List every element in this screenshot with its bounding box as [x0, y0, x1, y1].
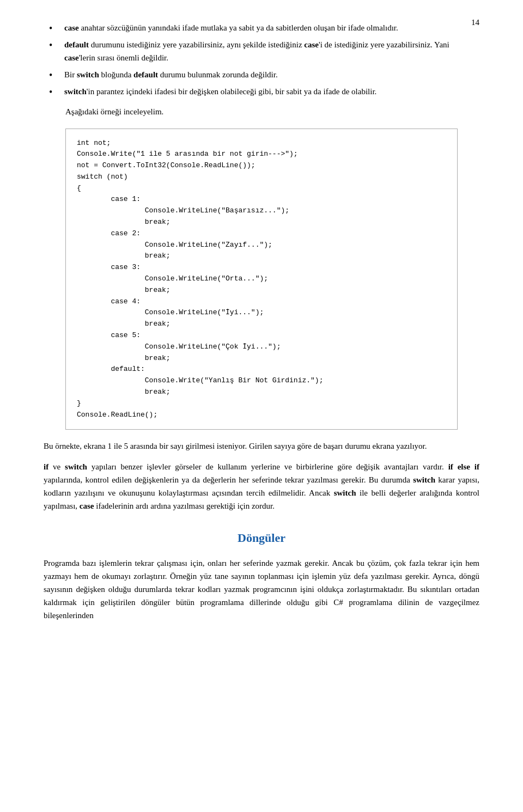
code-line-14: break;	[77, 286, 171, 294]
bullet-item-3: Bir switch bloğunda default durumu bulun…	[49, 69, 479, 81]
bullet-item-2: default durumunu istediğiniz yere yazabi…	[49, 39, 479, 64]
code-line-21: default:	[77, 365, 145, 373]
code-line-4: switch (not)	[77, 173, 128, 181]
code-block: int not; Console.Write("1 ile 5 arasında…	[65, 129, 458, 430]
code-line-11: break;	[77, 252, 171, 260]
code-line-15: case 4:	[77, 297, 141, 306]
code-line-16: Console.WriteLine("İyi...");	[77, 308, 264, 316]
page: 14 case anahtar sözcüğünün yanındaki ifa…	[0, 0, 523, 812]
code-line-1: int not;	[77, 139, 111, 147]
code-line-25: Console.ReadLine();	[77, 411, 157, 419]
code-line-19: Console.WriteLine("Çok İyi...");	[77, 343, 281, 351]
bullet-list: case anahtar sözcüğünün yanındaki ifade …	[44, 22, 479, 98]
code-line-20: break;	[77, 354, 171, 362]
bullet-item-4: switch'in parantez içindeki ifadesi bir …	[49, 86, 479, 98]
bullet-text-3: Bir switch bloğunda default durumu bulun…	[64, 70, 278, 79]
code-line-2: Console.Write("1 ile 5 arasında bir not …	[77, 150, 298, 158]
code-line-5: {	[77, 184, 81, 192]
paragraph-2: if ve switch yapıları benzer işlevler gö…	[44, 460, 479, 512]
section-heading-donguler: Döngüler	[44, 529, 479, 547]
paragraph-1: Bu örnekte, ekrana 1 ile 5 arasında bir …	[44, 439, 479, 453]
code-line-18: case 5:	[77, 331, 141, 339]
code-line-3: not = Convert.ToInt32(Console.ReadLine()…	[77, 161, 256, 169]
code-line-22: Console.Write("Yanlış Bir Not Girdiniz."…	[77, 376, 323, 384]
code-line-10: Console.WriteLine("Zayıf...");	[77, 241, 272, 249]
bullet-text-1: case anahtar sözcüğünün yanındaki ifade …	[64, 23, 398, 32]
code-line-24: }	[77, 399, 81, 407]
code-line-6: case 1:	[77, 195, 141, 203]
code-line-13: Console.WriteLine("Orta...");	[77, 274, 268, 283]
code-line-23: break;	[77, 388, 171, 396]
bullet-text-2: default durumunu istediğiniz yere yazabi…	[64, 40, 449, 62]
code-line-9: case 2:	[77, 229, 141, 237]
code-line-12: case 3:	[77, 263, 141, 271]
paragraph-3: Programda bazı işlemlerin tekrar çalışma…	[44, 557, 479, 622]
bullet-item-1: case anahtar sözcüğünün yanındaki ifade …	[49, 22, 479, 34]
code-line-7: Console.WriteLine("Başarısız...");	[77, 206, 289, 215]
code-line-17: break;	[77, 320, 171, 328]
bullet-text-4: switch'in parantez içindeki ifadesi bir …	[64, 87, 376, 96]
code-line-8: break;	[77, 218, 171, 226]
intro-paragraph: Aşağıdaki örneği inceleyelim.	[65, 106, 479, 118]
